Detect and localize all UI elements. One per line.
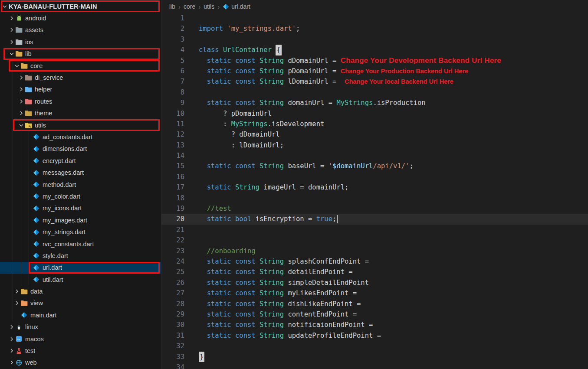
- tree-item-di-service[interactable]: di_service: [0, 72, 161, 83]
- code-line-12[interactable]: 12 ? dDomainUrl: [161, 129, 588, 140]
- code-token: [256, 278, 260, 288]
- chevron-right-icon[interactable]: [8, 336, 16, 343]
- tree-item-lib[interactable]: lib: [0, 48, 161, 60]
- code-line-33[interactable]: 33}: [161, 352, 588, 362]
- chevron-down-icon[interactable]: [8, 50, 16, 57]
- chevron-down-icon[interactable]: [17, 122, 25, 129]
- code-line-21[interactable]: 21: [161, 225, 588, 235]
- line-content: static const String myLikesEndPoint =: [199, 288, 357, 298]
- chevron-right-icon[interactable]: [8, 26, 16, 33]
- code-line-27[interactable]: 27 static const String myLikesEndPoint =: [161, 288, 588, 298]
- tree-item-test[interactable]: test: [0, 345, 161, 356]
- code-line-7[interactable]: 7 static const String lDomainUrl = Chang…: [161, 76, 588, 87]
- line-number: 26: [161, 278, 184, 288]
- code-token: [256, 330, 260, 341]
- code-token: UrlContainer: [223, 45, 272, 55]
- tree-item-my-color-dart[interactable]: my_color.dart: [0, 190, 161, 202]
- code-line-20[interactable]: 20 static bool isEncryption = true;: [161, 214, 588, 224]
- chevron-right-icon[interactable]: [8, 323, 16, 330]
- code-line-9[interactable]: 9 static const String domainUrl = MyStri…: [161, 98, 588, 108]
- chevron-right-icon[interactable]: [8, 39, 16, 46]
- tree-item-method-dart[interactable]: method.dart: [0, 179, 161, 190]
- tree-item-main-dart[interactable]: main.dart: [0, 309, 161, 321]
- code-line-2[interactable]: 2import 'my_strings.dart';: [161, 23, 588, 34]
- code-line-24[interactable]: 24 static const String splashConfEndPoin…: [161, 256, 588, 267]
- tree-item-dimensions-dart[interactable]: dimensions.dart: [0, 143, 161, 155]
- tree-item-util-dart[interactable]: util.dart: [0, 274, 161, 285]
- code-line-3[interactable]: 3: [161, 34, 588, 45]
- tree-item-encrypt-dart[interactable]: encrypt.dart: [0, 155, 161, 167]
- tree-item-web[interactable]: web: [0, 357, 161, 369]
- chevron-down-icon[interactable]: [1, 3, 9, 10]
- breadcrumb-item-url-dart[interactable]: url.dart: [223, 3, 250, 10]
- tree-item-core[interactable]: core: [0, 60, 161, 72]
- breadcrumb-item-core[interactable]: core: [184, 3, 195, 10]
- code-token: const: [235, 98, 256, 108]
- code-line-5[interactable]: 5 static const String dDomainUrl = Chang…: [161, 56, 588, 66]
- line-content: static const String dishLikeEndPoint =: [199, 299, 361, 309]
- tree-item-ad-constants-dart[interactable]: ad_constants.dart: [0, 131, 161, 143]
- breadcrumb-item-utils[interactable]: utils: [204, 3, 214, 10]
- code-line-18[interactable]: 18: [161, 193, 588, 203]
- code-line-16[interactable]: 16: [161, 172, 588, 182]
- breadcrumb-item-lib[interactable]: lib: [169, 3, 175, 10]
- tree-item-my-strings-dart[interactable]: my_strings.dart: [0, 226, 161, 238]
- code-line-30[interactable]: 30 static const String notificaionEndPoi…: [161, 320, 588, 330]
- tree-item-data[interactable]: data: [0, 285, 161, 297]
- code-line-19[interactable]: 19 //test: [161, 203, 588, 214]
- code-line-13[interactable]: 13 : lDomainUrl;: [161, 140, 588, 150]
- tree-item-style-dart[interactable]: style.dart: [0, 250, 161, 261]
- code-line-4[interactable]: 4class UrlContainer {: [161, 45, 588, 55]
- chevron-right-icon[interactable]: [17, 86, 25, 93]
- code-line-8[interactable]: 8: [161, 87, 588, 98]
- code-line-29[interactable]: 29 static const String contentEndPoint =: [161, 309, 588, 320]
- tree-item-label: style.dart: [43, 252, 68, 259]
- chevron-right-icon[interactable]: [8, 347, 16, 354]
- tree-item-view[interactable]: view: [0, 297, 161, 309]
- code-token: }: [199, 352, 204, 362]
- code-token: static: [207, 56, 231, 66]
- code-area[interactable]: 12import 'my_strings.dart';34class UrlCo…: [161, 13, 588, 369]
- chevron-right-icon[interactable]: [8, 359, 16, 366]
- tree-item-my-images-dart[interactable]: my_images.dart: [0, 214, 161, 226]
- code-line-17[interactable]: 17 static String imageUrl = domainUrl;: [161, 182, 588, 193]
- tree-item-macos[interactable]: macos: [0, 333, 161, 345]
- chevron-right-icon[interactable]: [17, 74, 25, 81]
- breadcrumb-item-label: core: [184, 3, 195, 10]
- tree-item-url-dart[interactable]: url.dart: [0, 262, 161, 274]
- chevron-right-icon[interactable]: [13, 288, 21, 295]
- tree-item-utils[interactable]: utils: [0, 119, 161, 131]
- code-line-1[interactable]: 1: [161, 13, 588, 23]
- code-line-25[interactable]: 25 static const String detailEndPoint =: [161, 267, 588, 277]
- code-line-23[interactable]: 23 //onboarding: [161, 246, 588, 256]
- code-line-15[interactable]: 15 static const String baseUrl = '$domai…: [161, 161, 588, 171]
- chevron-right-icon[interactable]: [8, 15, 16, 22]
- code-line-32[interactable]: 32: [161, 341, 588, 351]
- code-line-6[interactable]: 6 static const String pDomainUrl = Chang…: [161, 66, 588, 76]
- tree-item-rvc-constants-dart[interactable]: rvc_constants.dart: [0, 238, 161, 250]
- tree-item-ios[interactable]: ios: [0, 36, 161, 48]
- dart-file-icon: [33, 181, 43, 188]
- code-line-22[interactable]: 22: [161, 235, 588, 245]
- code-line-14[interactable]: 14: [161, 150, 588, 161]
- tree-item-routes[interactable]: routes: [0, 95, 161, 107]
- code-line-28[interactable]: 28 static const String dishLikeEndPoint …: [161, 299, 588, 309]
- tree-item-my-icons-dart[interactable]: my_icons.dart: [0, 202, 161, 214]
- tree-item-kya-banau-flutter-main[interactable]: KYA-BANAU-FLUTTER-MAIN: [0, 0, 161, 12]
- tree-item-assets[interactable]: assets: [0, 24, 161, 36]
- tree-item-messages-dart[interactable]: messages.dart: [0, 167, 161, 178]
- code-line-26[interactable]: 26 static const String simpleDetailEndPo…: [161, 278, 588, 288]
- chevron-down-icon[interactable]: [13, 62, 21, 69]
- chevron-right-icon[interactable]: [17, 110, 25, 117]
- tree-item-linux[interactable]: linux: [0, 321, 161, 333]
- tree-item-helper[interactable]: helper: [0, 84, 161, 95]
- chevron-right-icon[interactable]: [17, 98, 25, 105]
- tree-item-theme[interactable]: theme: [0, 108, 161, 119]
- code-line-11[interactable]: 11 : MyStrings.isDevelopment: [161, 119, 588, 129]
- line-number: 15: [161, 161, 184, 171]
- tree-item-android[interactable]: android: [0, 12, 161, 24]
- code-line-10[interactable]: 10 ? pDomainUrl: [161, 108, 588, 119]
- code-line-34[interactable]: 34: [161, 362, 588, 369]
- chevron-right-icon[interactable]: [13, 300, 21, 307]
- code-line-31[interactable]: 31 static const String updateProfileEndP…: [161, 330, 588, 341]
